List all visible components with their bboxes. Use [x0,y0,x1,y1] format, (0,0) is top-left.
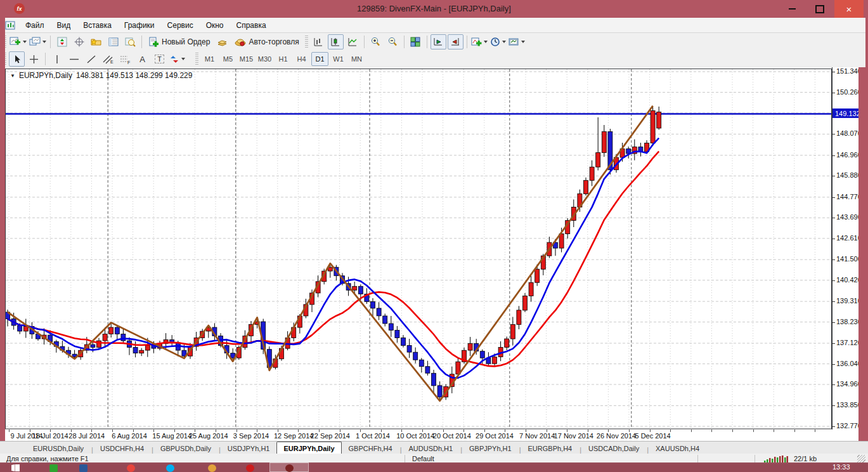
close-button[interactable]: × [834,0,864,18]
horizontal-line-button[interactable] [66,51,82,67]
zoom-out-icon [387,37,398,47]
candlestick-chart[interactable] [5,69,832,429]
arrows-button[interactable] [169,51,186,67]
market-watch-button[interactable] [54,34,70,49]
timeframe-W1-button[interactable]: W1 [330,52,347,66]
chart-tab-USDCHFh,H4[interactable]: USDCHFh,H4 [94,442,150,454]
templates-button[interactable] [508,34,526,49]
line-chart-button[interactable] [345,34,361,49]
chrome-app-icon[interactable] [127,464,135,472]
timeframe-M15-button[interactable]: M15 [238,52,255,66]
chart-window-icon [5,20,15,30]
menu-Сервис[interactable]: Сервис [161,19,200,32]
menu-Графики[interactable]: Графики [118,19,161,32]
skype-app-icon[interactable] [166,464,174,472]
price-tick-label: 139.310 [836,297,862,305]
timeframe-D1-button[interactable]: D1 [311,52,328,66]
menu-Файл[interactable]: Файл [19,19,51,32]
maximize-button[interactable] [806,0,833,18]
trendline-button[interactable] [83,51,99,67]
chart-shift-icon [450,37,460,47]
strategy-tester-button[interactable] [122,34,138,49]
office-app-icon[interactable] [208,464,216,472]
channel-letter: E [110,60,113,64]
menu-Справка[interactable]: Справка [230,19,273,32]
documents-app-icon[interactable] [79,464,87,472]
chart-tab-EURJPYh,Daily[interactable]: EURJPYh,Daily [276,442,341,454]
start-button-part[interactable] [15,464,20,471]
market-watch-icon [57,37,67,47]
chart-shift-button[interactable] [448,34,463,49]
store-app-icon[interactable] [49,464,58,472]
timeframe-MN-button[interactable]: MN [348,52,365,66]
dropdown-caret-icon [521,41,525,43]
status-profile[interactable]: Default [412,455,434,462]
text-button[interactable]: A [134,51,150,67]
toolbar-separator [467,36,467,48]
chart-plot-area[interactable] [5,69,832,429]
toolbar-separator [404,36,405,48]
date-axis[interactable]: 9 Jul 201418 Jul 201428 Jul 20146 Aug 20… [5,429,858,441]
metatrader-app-icon[interactable] [285,464,294,472]
price-axis[interactable]: 151.340150.260149.180148.070146.960145.8… [832,67,859,429]
navigator-button[interactable] [88,34,104,49]
fibonacci-button[interactable]: F [117,51,133,67]
periods-button[interactable] [489,34,507,49]
date-tick-label: 6 Aug 2014 [109,432,150,440]
chart-tab-EURUSDh,Daily[interactable]: EURUSDh,Daily [27,442,90,454]
autoscroll-button[interactable] [431,34,446,49]
new-chart-button[interactable] [9,34,27,49]
status-help-text: Для справки, нажмите F1 [6,455,89,462]
cursor-button[interactable] [9,51,25,67]
chart-tab-GBPCHFh,H4[interactable]: GBPCHFh,H4 [342,442,399,454]
one-click-trading-toggle-icon[interactable]: ▼ [10,73,15,79]
date-tick-label: 5 Dec 2014 [633,432,673,440]
strategy-tester-icon [125,37,136,47]
text-label-button[interactable]: T [152,51,167,67]
menu-Вставка[interactable]: Вставка [77,19,118,32]
timeframe-M1-button[interactable]: M1 [201,52,218,66]
chart-tab-GBPUSDh,Daily[interactable]: GBPUSDh,Daily [154,442,217,454]
chart-tab-USDJPYh,H1[interactable]: USDJPYh,H1 [221,442,276,454]
timeframe-H1-button[interactable]: H1 [275,52,292,66]
menubar: ФайлВидВставкаГрафикиСервисОкноСправка _… [0,18,868,33]
candlestick-chart-button[interactable] [328,34,344,49]
menu-Окно[interactable]: Окно [200,19,230,32]
chart-tab-GBPJPYh,H1[interactable]: GBPJPYh,H1 [463,442,518,454]
price-tick-label: 145.880 [836,171,862,179]
date-tick-label: 26 Nov 2014 [596,432,637,440]
equidistant-channel-button[interactable]: E [100,51,116,67]
chart-tab-EURGBPh,H4[interactable]: EURGBPh,H4 [522,442,579,454]
metaeditor-button[interactable] [214,34,230,49]
vertical-line-button[interactable] [49,51,65,67]
price-tick-label: 148.070 [836,129,862,137]
tile-windows-button[interactable] [408,34,424,49]
zoom-in-button[interactable] [368,34,384,49]
windows-taskbar: 13:33 [0,462,868,472]
timeframe-M30-button[interactable]: M30 [256,52,273,66]
autotrading-button[interactable]: Авто-торговля [231,34,302,49]
autotrading-label: Авто-торговля [249,37,299,46]
date-tick-label: 28 Jul 2014 [67,432,107,440]
minimize-button[interactable] [779,0,805,18]
chart-tab-AUDUSDh,H1[interactable]: AUDUSDh,H1 [402,442,459,454]
settings-app-icon[interactable] [246,464,254,472]
chart-symbol-label: EURJPYh,Daily [19,71,72,80]
toolbar-grip[interactable] [195,53,198,65]
timeframe-M5-button[interactable]: M5 [219,52,236,66]
new-order-button[interactable]: Новый Ордер [145,34,213,49]
data-window-button[interactable] [71,34,87,49]
profiles-button[interactable] [29,34,47,49]
toolbar-grip[interactable] [305,36,308,48]
chart-tab-XAUUSDh,H4[interactable]: XAUUSDh,H4 [649,442,706,454]
chart-tab-USDCADh,Daily[interactable]: USDCADh,Daily [582,442,645,454]
zoom-out-button[interactable] [385,34,401,49]
window-title: 129859: DivenFX-Main - [EURJPYh,Daily] [0,4,868,13]
indicators-button[interactable] [470,34,488,49]
terminal-button[interactable] [105,34,121,49]
crosshair-button[interactable] [26,51,42,67]
bar-chart-button[interactable] [311,34,327,49]
timeframe-H4-button[interactable]: H4 [293,52,310,66]
menu-Вид[interactable]: Вид [51,19,77,32]
toolbar-separator [141,36,142,48]
